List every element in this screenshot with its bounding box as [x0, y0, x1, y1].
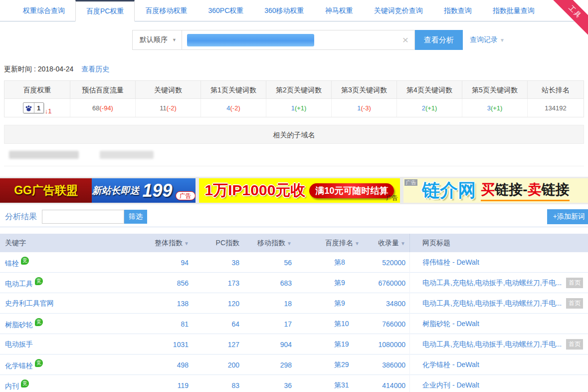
collect-count-value[interactable]: 414000: [357, 382, 409, 390]
keyword-link[interactable]: 史丹利工具官网: [0, 299, 155, 308]
pc-index-value[interactable]: 64: [195, 320, 247, 328]
keyword-link[interactable]: 电动工具竞: [0, 277, 155, 289]
pc-index-value[interactable]: 83: [195, 382, 247, 390]
summary-value-row: 1 ↓1 68(-94) 11(-2) 4(-2) 1(+1) 1(-3) 2(…: [4, 99, 584, 117]
domain-search-input[interactable]: [182, 30, 396, 49]
keyword-link[interactable]: 锚栓竞: [0, 257, 155, 268]
mobile-index-value[interactable]: 18: [247, 300, 299, 308]
col-baidu-rank[interactable]: 百度排名▼: [299, 239, 357, 248]
mobile-index-value[interactable]: 36: [247, 382, 299, 390]
baidu-rank-value[interactable]: 第19: [299, 340, 357, 349]
tab-index-batch-query[interactable]: 指数批量查询: [482, 0, 545, 21]
tab-shenma-weight[interactable]: 神马权重: [315, 0, 364, 21]
col-webmaster-rank: 站长排名: [528, 81, 584, 99]
query-history-link[interactable]: 查询记录 ▼: [470, 35, 505, 44]
overall-index-value[interactable]: 94: [155, 259, 195, 267]
overall-index-value[interactable]: 81: [155, 320, 195, 328]
page-title-link[interactable]: 得伟锚栓 - DeWalt: [409, 252, 588, 273]
value-change: (+1): [425, 104, 437, 112]
tab-baidu-pc-weight[interactable]: 百度PC权重: [75, 0, 135, 21]
baidu-rank-value[interactable]: 第31: [299, 381, 357, 390]
page2-keywords-value[interactable]: 1(+1): [266, 99, 332, 117]
overall-index-value[interactable]: 119: [155, 382, 195, 390]
view-history-link[interactable]: 查看历史: [81, 65, 109, 73]
filter-keyword-input[interactable]: [42, 210, 124, 224]
page1-keywords-value[interactable]: 4(-2): [201, 99, 266, 117]
ad-right-block: 新站长即送 199 广告: [92, 178, 196, 203]
baidu-rank-value[interactable]: 第9: [299, 279, 357, 288]
section-divider: [0, 227, 588, 227]
sort-order-select[interactable]: 默认顺序 ▼: [133, 30, 182, 49]
page-title-link[interactable]: 电动工具,充电钻,电动扳手,电动螺丝刀,手电...首页: [409, 334, 588, 355]
mobile-index-value[interactable]: 17: [247, 320, 299, 328]
page3-keywords-value[interactable]: 1(-3): [332, 99, 397, 117]
pc-index-value[interactable]: 200: [195, 361, 247, 369]
top-tab-bar: 权重综合查询 百度PC权重 百度移动权重 360PC权重 360移动权重 神马权…: [0, 0, 588, 21]
chevron-down-icon: ▼: [500, 37, 505, 43]
pc-index-value[interactable]: 127: [195, 341, 247, 349]
page-title-link[interactable]: 电动工具,充电钻,电动扳手,电动螺丝刀,手电...首页: [409, 273, 588, 293]
col-pc-index: PC指数: [195, 239, 247, 248]
filter-button[interactable]: 筛选: [124, 210, 147, 224]
tab-baidu-mobile-weight[interactable]: 百度移动权重: [135, 0, 197, 21]
baidu-rank-value[interactable]: 第10: [299, 320, 357, 329]
update-time-label: 更新时间 : 2018-04-24: [4, 65, 73, 73]
tab-360-pc-weight[interactable]: 360PC权重: [197, 0, 254, 21]
collect-count-value[interactable]: 1080000: [357, 341, 409, 349]
collect-count-value[interactable]: 520000: [357, 259, 409, 267]
collect-count-value[interactable]: 766000: [357, 320, 409, 328]
keyword-link[interactable]: 树脂砂轮竞: [0, 318, 155, 330]
page-title-link[interactable]: 电动工具,充电钻,电动扳手,电动螺丝刀,手电...首页: [409, 293, 588, 314]
page-title-link[interactable]: 企业内刊 - DeWalt: [409, 375, 588, 392]
view-analysis-button[interactable]: 查看分析: [415, 30, 463, 50]
homepage-badge: 首页: [566, 278, 583, 288]
mobile-index-value[interactable]: 904: [247, 341, 299, 349]
baidu-weight-badge[interactable]: 1: [23, 102, 44, 113]
redacted-subdomain-link[interactable]: [9, 151, 79, 159]
col-page3-keywords: 第3页关键词数: [332, 81, 397, 99]
tab-weight-overall[interactable]: 权重综合查询: [12, 0, 75, 21]
tab-360-mobile-weight[interactable]: 360移动权重: [254, 0, 314, 21]
mobile-index-value[interactable]: 298: [247, 361, 299, 369]
overall-index-value[interactable]: 1031: [155, 341, 195, 349]
ad-label-badge: 广告: [176, 191, 196, 200]
keyword-link[interactable]: 化学锚栓竞: [0, 359, 155, 371]
overall-index-value[interactable]: 856: [155, 279, 195, 287]
page5-keywords-value[interactable]: 3(+1): [462, 99, 528, 117]
baidu-weight-value: 1: [34, 104, 43, 112]
keyword-link[interactable]: 电动扳手: [0, 340, 155, 349]
page-title-link[interactable]: 化学锚栓 - DeWalt: [409, 355, 588, 375]
add-new-word-button[interactable]: +添加新词: [547, 209, 588, 224]
collect-count-value[interactable]: 386000: [357, 361, 409, 369]
mobile-index-value[interactable]: 56: [247, 259, 299, 267]
page-title-link[interactable]: 树脂砂轮 - DeWalt: [409, 314, 588, 334]
collect-count-value[interactable]: 6760000: [357, 279, 409, 287]
related-subdomains-section: 相关的子域名: [4, 125, 584, 166]
value-main: 3: [487, 104, 491, 112]
buy-text: 买: [481, 182, 495, 197]
pc-index-value[interactable]: 38: [195, 259, 247, 267]
ad-banner-lianjie[interactable]: 广告 链介网 买链接-卖链接: [403, 178, 588, 203]
baidu-rank-value[interactable]: 第9: [299, 299, 357, 308]
overall-index-value[interactable]: 498: [155, 361, 195, 369]
overall-index-value[interactable]: 138: [155, 300, 195, 308]
pc-index-value[interactable]: 120: [195, 300, 247, 308]
col-page2-keywords: 第2页关键词数: [266, 81, 332, 99]
mobile-index-value[interactable]: 683: [247, 279, 299, 287]
tab-keyword-bid-query[interactable]: 关键词竞价查询: [364, 0, 433, 21]
ad-banner-ip-buy[interactable]: 1万IP1000元收 满10元可随时结算 广告: [199, 178, 400, 203]
clear-input-icon[interactable]: ×: [396, 34, 414, 46]
baidu-rank-value[interactable]: 第8: [299, 258, 357, 267]
tab-index-query[interactable]: 指数查询: [433, 0, 482, 21]
collect-count-value[interactable]: 34800: [357, 300, 409, 308]
keyword-link[interactable]: 内刊竞: [0, 380, 155, 391]
redacted-subdomain-link[interactable]: [100, 151, 154, 159]
col-collect-count[interactable]: 收录量▼: [357, 239, 409, 248]
ad-banner-gg-union[interactable]: GG广告联盟 新站长即送 199 广告: [0, 178, 196, 203]
col-mobile-index[interactable]: 移动指数▼: [247, 239, 299, 248]
baidu-rank-value[interactable]: 第29: [299, 361, 357, 370]
pc-index-value[interactable]: 173: [195, 279, 247, 287]
table-row: 化学锚栓竞 498 200 298 第29 386000 化学锚栓 - DeWa…: [0, 355, 588, 375]
page4-keywords-value[interactable]: 2(+1): [397, 99, 462, 117]
col-overall-index[interactable]: 整体指数▼: [155, 239, 195, 248]
